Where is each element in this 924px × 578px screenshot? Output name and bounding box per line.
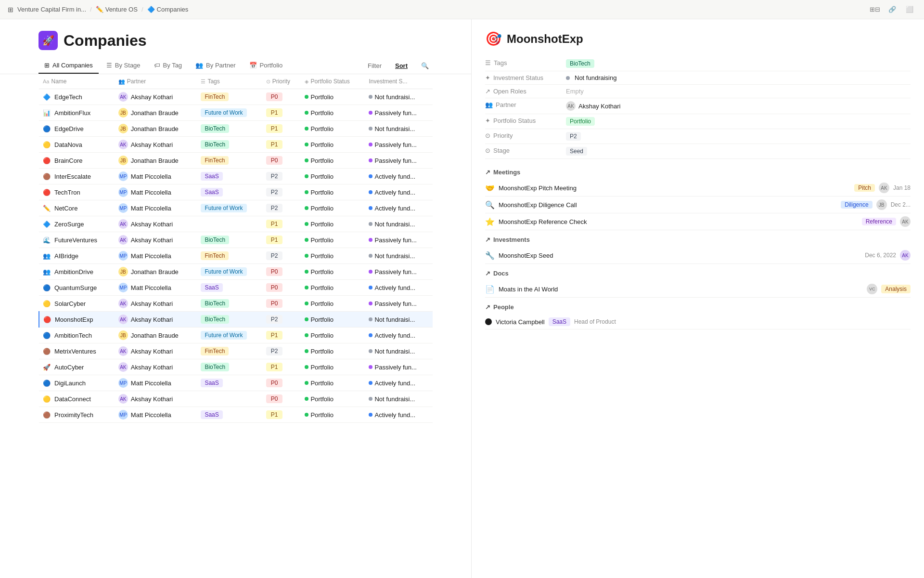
priority-badge[interactable]: P1 bbox=[266, 140, 283, 149]
company-name[interactable]: SolarCyber bbox=[54, 300, 86, 307]
tab-all-companies[interactable]: ⊞ All Companies bbox=[38, 58, 99, 74]
table-row[interactable]: 🔷 ZeroSurge AK Akshay Kothari P1 Portfol… bbox=[39, 216, 433, 232]
company-name[interactable]: BrainCore bbox=[54, 157, 83, 164]
company-name[interactable]: FutureVentures bbox=[54, 236, 97, 244]
priority-badge[interactable]: P0 bbox=[266, 379, 283, 387]
stage-badge[interactable]: Seed bbox=[566, 147, 587, 156]
tag-badge[interactable]: Future of Work bbox=[201, 267, 246, 276]
company-name[interactable]: QuantumSurge bbox=[54, 284, 97, 291]
sidebar-toggle-icon[interactable]: ⊞⊟ bbox=[868, 3, 882, 16]
tag-badge[interactable]: BioTech bbox=[201, 363, 229, 371]
portfolio-status-badge[interactable]: Portfolio bbox=[566, 117, 595, 126]
table-row[interactable]: 🔷 EdgeTech AK Akshay Kothari FinTech P0 … bbox=[39, 89, 433, 105]
meetings-section-header[interactable]: ↗ Meetings bbox=[485, 169, 911, 176]
table-row[interactable]: 🟡 DataNova AK Akshay Kothari BioTech P1 … bbox=[39, 137, 433, 153]
company-name[interactable]: InterEscalate bbox=[54, 173, 91, 180]
table-row[interactable]: ✏️ NetCore MP Matt Piccolella Future of … bbox=[39, 200, 433, 216]
tag-badge-biotech[interactable]: BioTech bbox=[566, 59, 594, 68]
tab-by-tag[interactable]: 🏷 By Tag bbox=[148, 58, 188, 74]
partner-value[interactable]: AK Akshay Kothari bbox=[566, 101, 911, 111]
meeting-name[interactable]: MoonshotExp Reference Check bbox=[499, 218, 858, 225]
priority-badge[interactable]: P2 bbox=[266, 204, 283, 212]
tag-badge[interactable]: BioTech bbox=[201, 299, 229, 308]
table-row[interactable]: 🟡 SolarCyber AK Akshay Kothari BioTech P… bbox=[39, 296, 433, 312]
priority-badge[interactable]: P2 bbox=[266, 172, 283, 181]
tag-badge[interactable]: Future of Work bbox=[201, 204, 246, 212]
meeting-row[interactable]: 🔍 MoonshotExp Diligence Call Diligence J… bbox=[485, 197, 911, 213]
doc-name[interactable]: Moats in the AI World bbox=[499, 286, 863, 293]
tag-badge[interactable]: FinTech bbox=[201, 347, 229, 355]
stage-value[interactable]: Seed bbox=[566, 147, 911, 156]
priority-badge[interactable]: P0 bbox=[266, 156, 283, 165]
col-priority[interactable]: ⊙ Priority bbox=[262, 74, 301, 89]
company-name[interactable]: NetCore bbox=[54, 205, 77, 212]
table-row[interactable]: 🟤 ProximityTech MP Matt Piccolella SaaS … bbox=[39, 407, 433, 423]
table-row[interactable]: 🟡 DataConnect AK Akshay Kothari P0 Portf… bbox=[39, 391, 433, 407]
meeting-row[interactable]: 🤝 MoonshotExp Pitch Meeting Pitch AK Jan… bbox=[485, 180, 911, 197]
table-row[interactable]: 🔵 QuantumSurge MP Matt Piccolella SaaS P… bbox=[39, 280, 433, 296]
company-name[interactable]: EdgeDrive bbox=[54, 125, 84, 132]
priority-badge[interactable]: P2 bbox=[266, 251, 283, 260]
portfolio-status-value[interactable]: Portfolio bbox=[566, 117, 911, 126]
table-row[interactable]: 🟤 InterEscalate MP Matt Piccolella SaaS … bbox=[39, 169, 433, 184]
breadcrumb-venture-os[interactable]: ✏️ Venture OS bbox=[96, 6, 138, 13]
company-name[interactable]: ZeroSurge bbox=[54, 221, 84, 228]
table-row[interactable]: 📊 AmbitionFlux JB Jonathan Braude Future… bbox=[39, 105, 433, 121]
priority-badge[interactable]: P2 bbox=[266, 188, 283, 197]
layout-icon[interactable]: ⬜ bbox=[903, 3, 916, 16]
company-name[interactable]: ProximityTech bbox=[54, 411, 93, 419]
table-row[interactable]: 🌊 FutureVentures AK Akshay Kothari BioTe… bbox=[39, 232, 433, 248]
tag-badge[interactable]: SaaS bbox=[201, 379, 222, 387]
meeting-name[interactable]: MoonshotExp Pitch Meeting bbox=[499, 184, 850, 192]
company-name[interactable]: MetrixVentures bbox=[54, 348, 96, 355]
company-name[interactable]: AutoCyber bbox=[54, 364, 84, 371]
table-row[interactable]: 🔵 AmbitionTech JB Jonathan Braude Future… bbox=[39, 328, 433, 343]
priority-badge[interactable]: P2 bbox=[266, 347, 283, 355]
breadcrumb-venture-capital[interactable]: Venture Capital Firm in... bbox=[17, 6, 86, 13]
meeting-row[interactable]: ⭐ MoonshotExp Reference Check Reference … bbox=[485, 213, 911, 230]
tag-badge[interactable]: FinTech bbox=[201, 92, 229, 101]
col-portfolio-status[interactable]: ◈ Portfolio Status bbox=[301, 74, 365, 89]
tab-by-stage[interactable]: ☰ By Stage bbox=[101, 58, 146, 74]
priority-badge[interactable]: P1 bbox=[266, 124, 283, 133]
priority-badge[interactable]: P1 bbox=[266, 410, 283, 419]
company-name[interactable]: DataNova bbox=[54, 141, 82, 148]
tab-portfolio[interactable]: 📅 Portfolio bbox=[244, 58, 289, 74]
priority-badge[interactable]: P1 bbox=[266, 108, 283, 117]
company-name[interactable]: EdgeTech bbox=[54, 93, 82, 101]
company-name[interactable]: DigiLaunch bbox=[54, 380, 86, 387]
tags-value[interactable]: BioTech bbox=[566, 59, 911, 68]
priority-value[interactable]: P2 bbox=[566, 132, 911, 141]
tag-badge[interactable]: SaaS bbox=[201, 188, 222, 197]
col-tags[interactable]: ☰ Tags bbox=[197, 74, 262, 89]
sort-button[interactable]: Sort bbox=[391, 60, 411, 71]
company-name[interactable]: AmbitionTech bbox=[54, 332, 92, 339]
tag-badge[interactable]: BioTech bbox=[201, 315, 229, 324]
tag-badge[interactable]: FinTech bbox=[201, 251, 229, 260]
priority-badge[interactable]: P2 bbox=[566, 132, 581, 141]
priority-badge[interactable]: P1 bbox=[266, 236, 283, 244]
investment-status-value[interactable]: Not fundraising bbox=[566, 74, 911, 81]
priority-badge[interactable]: P2 bbox=[266, 315, 283, 324]
tag-badge[interactable]: BioTech bbox=[201, 140, 229, 149]
breadcrumb-companies[interactable]: 🔷 Companies bbox=[147, 6, 189, 13]
table-row[interactable]: 🟤 MetrixVentures AK Akshay Kothari FinTe… bbox=[39, 343, 433, 359]
tag-badge[interactable]: SaaS bbox=[201, 283, 222, 292]
person-row[interactable]: Victoria Campbell SaaS Head of Product bbox=[485, 315, 911, 329]
table-row[interactable]: 🔵 EdgeDrive JB Jonathan Braude BioTech P… bbox=[39, 121, 433, 137]
company-name[interactable]: AmbitionDrive bbox=[54, 268, 93, 276]
tab-by-partner[interactable]: 👥 By Partner bbox=[190, 58, 241, 74]
col-investment-status[interactable]: Investment S... bbox=[365, 74, 433, 89]
open-roles-value[interactable]: Empty bbox=[566, 88, 911, 95]
priority-badge[interactable]: P0 bbox=[266, 267, 283, 276]
tag-badge[interactable]: BioTech bbox=[201, 236, 229, 244]
table-row[interactable]: 🚀 AutoCyber AK Akshay Kothari BioTech P1… bbox=[39, 359, 433, 375]
priority-badge[interactable]: P0 bbox=[266, 283, 283, 292]
priority-badge[interactable]: P1 bbox=[266, 220, 283, 228]
table-row[interactable]: 👥 AmbitionDrive JB Jonathan Braude Futur… bbox=[39, 264, 433, 280]
table-row[interactable]: 🔴 TechTron MP Matt Piccolella SaaS P2 Po… bbox=[39, 184, 433, 200]
col-partner[interactable]: 👥 Partner bbox=[115, 74, 197, 89]
doc-row[interactable]: 📄 Moats in the AI World VC Analysis bbox=[485, 281, 911, 298]
priority-badge[interactable]: P1 bbox=[266, 331, 283, 340]
priority-badge[interactable]: P0 bbox=[266, 299, 283, 308]
